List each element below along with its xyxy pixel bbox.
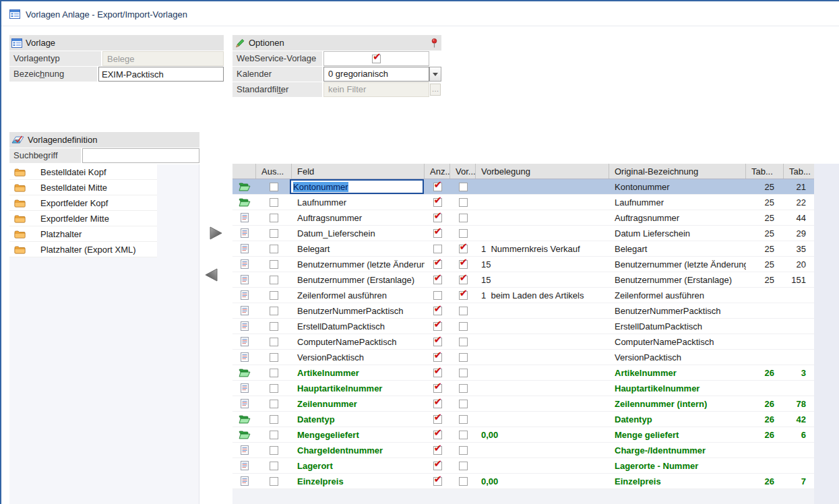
anzeigen-checkbox[interactable] xyxy=(433,214,442,222)
vorbelegung-checkbox[interactable] xyxy=(459,400,468,408)
anzeigen-checkbox[interactable] xyxy=(433,338,442,346)
aus-checkbox[interactable] xyxy=(270,462,278,470)
anzeigen-checkbox[interactable] xyxy=(433,477,442,486)
vorbelegung-checkbox[interactable] xyxy=(459,415,468,424)
anzeigen-checkbox[interactable] xyxy=(433,322,442,331)
table-row[interactable]: Datentyp Datentyp 26 42 xyxy=(232,412,814,427)
vorbelegung-checkbox[interactable] xyxy=(459,477,468,486)
table-row[interactable]: Datum_Lieferschein Datum Lieferschein 25… xyxy=(232,226,814,241)
table-row[interactable]: Mengegeliefert 0,00 Menge geliefert 26 6 xyxy=(232,427,814,443)
folder-list-item[interactable]: Exportfelder Kopf xyxy=(9,195,157,211)
anzeigen-checkbox[interactable] xyxy=(433,276,442,284)
col-original-bezeichnung[interactable]: Original-Bezeichnung xyxy=(609,164,746,179)
aus-checkbox[interactable] xyxy=(270,260,278,269)
aus-checkbox[interactable] xyxy=(270,229,278,238)
aus-checkbox[interactable] xyxy=(270,431,278,439)
anzeigen-checkbox[interactable] xyxy=(433,198,442,207)
suchbegriff-input[interactable] xyxy=(82,148,199,163)
col-icon[interactable] xyxy=(232,164,256,179)
aus-checkbox[interactable] xyxy=(270,245,278,253)
vorbelegung-checkbox[interactable] xyxy=(459,384,468,393)
aus-checkbox[interactable] xyxy=(270,198,278,207)
anzeigen-checkbox[interactable] xyxy=(433,229,442,238)
aus-checkbox[interactable] xyxy=(270,353,278,362)
kalender-dropdown-button[interactable] xyxy=(429,67,441,82)
col-feld[interactable]: Feld xyxy=(292,164,425,179)
folder-list-item[interactable]: Bestelldatei Mitte xyxy=(9,180,157,195)
vorbelegung-checkbox[interactable] xyxy=(459,245,468,253)
vorbelegung-checkbox[interactable] xyxy=(459,338,468,346)
aus-checkbox[interactable] xyxy=(270,384,278,393)
anzeigen-checkbox[interactable] xyxy=(433,183,442,191)
table-row[interactable]: ErstellDatumPacktisch ErstellDatumPackti… xyxy=(232,319,814,334)
aus-checkbox[interactable] xyxy=(270,338,278,346)
anzeigen-checkbox[interactable] xyxy=(433,291,442,300)
table-row[interactable]: Benutzernummer (Erstanlage) 15 Benutzern… xyxy=(232,272,814,288)
anzeigen-checkbox[interactable] xyxy=(433,260,442,269)
col-vor[interactable]: Vor... xyxy=(450,164,476,179)
anzeigen-checkbox[interactable] xyxy=(433,431,442,439)
table-row[interactable]: Benutzernummer (letzte Änderung) 15 Benu… xyxy=(232,257,814,272)
vorbelegung-checkbox[interactable] xyxy=(459,198,468,207)
folder-list-item[interactable]: Exportfelder Mitte xyxy=(9,211,157,226)
move-right-button[interactable] xyxy=(208,226,223,241)
vorbelegung-checkbox[interactable] xyxy=(459,260,468,269)
vorbelegung-checkbox[interactable] xyxy=(459,307,468,315)
folder-list-item[interactable]: Bestelldatei Kopf xyxy=(9,164,157,180)
vorbelegung-checkbox[interactable] xyxy=(459,214,468,222)
anzeigen-checkbox[interactable] xyxy=(433,353,442,362)
move-left-button[interactable] xyxy=(204,267,219,282)
bezeichnung-input[interactable] xyxy=(98,67,224,82)
col-aus[interactable]: Aus... xyxy=(256,164,292,179)
folder-list-item[interactable]: Platzhalter (Export XML) xyxy=(9,242,157,257)
folder-list-item[interactable]: Platzhalter xyxy=(9,226,157,242)
col-tab-2[interactable]: Tab... xyxy=(784,164,814,179)
col-anz[interactable]: Anz... xyxy=(425,164,450,179)
anzeigen-checkbox[interactable] xyxy=(433,384,442,393)
table-row[interactable]: Laufnummer Laufnummer 25 22 xyxy=(232,195,814,210)
aus-checkbox[interactable] xyxy=(270,322,278,331)
table-row[interactable]: Einzelpreis 0,00 Einzelpreis 26 7 xyxy=(232,474,814,489)
table-row[interactable]: Hauptartikelnummer Hauptartikelnummer xyxy=(232,381,814,396)
vorbelegung-checkbox[interactable] xyxy=(459,462,468,470)
webservice-checkbox[interactable] xyxy=(372,55,381,63)
aus-checkbox[interactable] xyxy=(270,477,278,486)
anzeigen-checkbox[interactable] xyxy=(433,369,442,377)
table-row[interactable]: ComputerNamePacktisch ComputerNamePackti… xyxy=(232,334,814,350)
table-row[interactable]: Belegart 1 Nummernkreis Verkauf Belegart… xyxy=(232,241,814,257)
vorbelegung-checkbox[interactable] xyxy=(459,446,468,455)
vorbelegung-checkbox[interactable] xyxy=(459,431,468,439)
anzeigen-checkbox[interactable] xyxy=(433,415,442,424)
anzeigen-checkbox[interactable] xyxy=(433,462,442,470)
aus-checkbox[interactable] xyxy=(270,214,278,222)
table-row[interactable]: BenutzerNummerPacktisch BenutzerNummerPa… xyxy=(232,303,814,319)
table-row[interactable]: Kontonummer Kontonummer 25 21 xyxy=(232,179,814,195)
vorbelegung-checkbox[interactable] xyxy=(459,183,468,191)
aus-checkbox[interactable] xyxy=(270,307,278,315)
aus-checkbox[interactable] xyxy=(270,276,278,284)
table-row[interactable]: VersionPacktisch VersionPacktisch xyxy=(232,350,814,365)
kalender-select[interactable]: 0 gregorianisch xyxy=(323,67,429,82)
standardfilter-browse-button[interactable]: … xyxy=(430,84,441,96)
table-row[interactable]: Artikelnummer Artikelnummer 26 3 xyxy=(232,365,814,381)
vorbelegung-checkbox[interactable] xyxy=(459,229,468,238)
anzeigen-checkbox[interactable] xyxy=(433,400,442,408)
table-row[interactable]: Zeilenformel ausführen 1 beim Laden des … xyxy=(232,288,814,303)
feld-inline-edit[interactable]: Kontonummer xyxy=(292,179,424,194)
aus-checkbox[interactable] xyxy=(270,291,278,300)
col-vorbelegung[interactable]: Vorbelegung xyxy=(476,164,609,179)
table-row[interactable]: Lagerort Lagerorte - Nummer xyxy=(232,458,814,474)
table-row[interactable]: Auftragsnummer Auftragsnummer 25 44 xyxy=(232,210,814,226)
vorbelegung-checkbox[interactable] xyxy=(459,353,468,362)
vorbelegung-checkbox[interactable] xyxy=(459,291,468,300)
table-row[interactable]: ChargeIdentnummer Charge-/Identnummer xyxy=(232,443,814,458)
pin-icon[interactable] xyxy=(430,38,438,49)
anzeigen-checkbox[interactable] xyxy=(433,245,442,253)
anzeigen-checkbox[interactable] xyxy=(433,307,442,315)
aus-checkbox[interactable] xyxy=(270,369,278,377)
aus-checkbox[interactable] xyxy=(270,400,278,408)
vorbelegung-checkbox[interactable] xyxy=(459,276,468,284)
anzeigen-checkbox[interactable] xyxy=(433,446,442,455)
col-tab-1[interactable]: Tab... xyxy=(746,164,784,179)
aus-checkbox[interactable] xyxy=(270,415,278,424)
